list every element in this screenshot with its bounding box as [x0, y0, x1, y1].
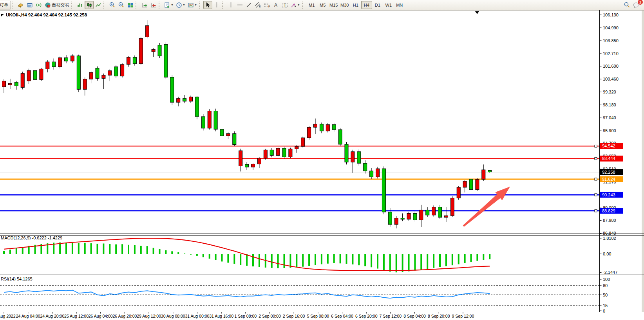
price-chart[interactable]: 106.130104.990103.850102.710101.600100.4…: [0, 0, 644, 320]
new-chart-button[interactable]: ▼: [163, 1, 175, 9]
timeframe-w1-button[interactable]: W1: [383, 1, 394, 9]
signal-button[interactable]: [34, 1, 43, 9]
dropdown-caret-icon: ▼: [297, 4, 300, 6]
crosshair-tool-button[interactable]: [212, 1, 221, 9]
zoom-out-icon: [118, 2, 125, 8]
candle-body: [201, 117, 205, 128]
market-watch-button[interactable]: [16, 1, 25, 9]
timeframe-m15-button[interactable]: M15: [328, 1, 339, 9]
trendline-icon: [246, 2, 252, 8]
candle-body: [127, 58, 130, 65]
rsi-axis-label: 0: [603, 309, 605, 313]
line-handle[interactable]: [595, 157, 597, 160]
price-axis-label: 97.040: [603, 115, 616, 120]
candle-body: [488, 170, 492, 172]
candlestick-mode-button[interactable]: [85, 1, 94, 9]
horizontal-line-tool-button[interactable]: [235, 1, 244, 9]
candle-body: [270, 150, 273, 155]
text-a-icon: A: [273, 2, 279, 8]
candle-body: [83, 79, 87, 89]
price-axis-label: 103.850: [603, 38, 619, 43]
autotrade-button[interactable]: 自动交易: [43, 1, 71, 9]
text-tool-button[interactable]: A: [271, 1, 280, 9]
candle-body: [40, 69, 43, 79]
time-axis-label: 1 Sep 08:00: [234, 314, 257, 318]
arrow-object-icon: [291, 2, 297, 8]
timeframe-h1-button[interactable]: H1: [350, 1, 361, 9]
timeframe-mn-button[interactable]: MN: [394, 1, 405, 9]
candle-body: [2, 81, 6, 86]
price-axis-label: 99.320: [603, 90, 616, 94]
candle-body: [345, 144, 348, 162]
arrows-tool-button[interactable]: ▼: [289, 1, 301, 9]
line-handle[interactable]: [595, 145, 597, 147]
autotrade-label: 自动交易: [52, 2, 69, 8]
new-order-button[interactable]: 订单: [0, 1, 11, 9]
candle-body: [77, 56, 80, 90]
vertical-line-tool-button[interactable]: [226, 1, 235, 9]
zoom-in-button[interactable]: [108, 1, 117, 9]
price-axis-label: 101.600: [603, 64, 619, 68]
clock-icon: [176, 2, 182, 8]
rsi-indicator-label: RSI(14) 54.1265: [1, 277, 33, 281]
macd-indicator-label: MACD(12,26,9) -0.6222 -1.4229: [1, 236, 62, 240]
notifications-button[interactable]: 1: [631, 1, 641, 9]
tile-windows-button[interactable]: [126, 1, 135, 9]
candle-body: [394, 218, 398, 225]
periods-button[interactable]: ▼: [175, 1, 186, 9]
search-button[interactable]: [622, 1, 631, 9]
candle-body: [96, 68, 99, 78]
candle-body: [282, 148, 286, 157]
chart-shift-button[interactable]: [149, 1, 158, 9]
fibonacci-tool-button[interactable]: F: [262, 1, 271, 9]
candle-body: [164, 45, 168, 77]
trendline-tool-button[interactable]: [244, 1, 253, 9]
time-axis-label: 23 Aug 2022: [0, 314, 16, 318]
auto-scroll-button[interactable]: [140, 1, 149, 9]
candle-body: [264, 150, 267, 158]
time-axis-label: 31 Aug 16:00: [209, 314, 233, 318]
candle-body: [239, 151, 242, 166]
candle-body: [214, 111, 217, 129]
candle-body: [426, 210, 429, 215]
candle-body: [251, 164, 255, 167]
timeframe-m30-button[interactable]: M30: [339, 1, 350, 9]
template-icon: [188, 2, 194, 8]
timeframe-h4-button[interactable]: H4: [361, 1, 372, 9]
line-handle[interactable]: [595, 194, 597, 196]
text-label-tool-button[interactable]: T: [280, 1, 289, 9]
candle-body: [152, 49, 155, 52]
price-axis-label: 98.180: [603, 102, 616, 107]
candle-body: [52, 62, 56, 67]
dropdown-caret-icon: ▼: [171, 4, 174, 6]
vertical-line-icon: [228, 2, 234, 8]
rsi-axis-label: 80: [603, 283, 608, 288]
time-axis-label: 8 Sep 20:00: [428, 314, 450, 318]
candle-body: [438, 207, 442, 218]
candle-body: [357, 152, 361, 164]
line-handle[interactable]: [595, 178, 597, 180]
terminal-window-button[interactable]: [25, 1, 34, 9]
candle-body: [195, 97, 199, 117]
templates-button[interactable]: ▼: [186, 1, 198, 9]
candle-body: [295, 146, 298, 149]
toolbar-grip: [199, 2, 203, 9]
toolbar-grip: [159, 2, 162, 9]
new-order-label: 订单: [0, 2, 8, 8]
price-axis-label: 102.710: [603, 51, 619, 56]
line-chart-mode-button[interactable]: [94, 1, 103, 9]
dropdown-caret-icon: ▼: [183, 4, 185, 6]
crosshair-icon: [214, 2, 220, 8]
bar-chart-mode-button[interactable]: [76, 1, 85, 9]
cursor-tool-button[interactable]: [203, 1, 212, 9]
timeframe-m5-button[interactable]: M5: [317, 1, 328, 9]
channel-tool-button[interactable]: E: [253, 1, 262, 9]
toolbar-grip: [302, 2, 306, 9]
candle-body: [102, 75, 105, 78]
timeframe-m1-button[interactable]: M1: [306, 1, 317, 9]
price-axis-label: 106.130: [603, 13, 619, 17]
line-handle[interactable]: [595, 210, 597, 212]
timeframe-d1-button[interactable]: D1: [372, 1, 383, 9]
zoom-out-button[interactable]: [117, 1, 126, 9]
candle-body: [145, 26, 149, 37]
